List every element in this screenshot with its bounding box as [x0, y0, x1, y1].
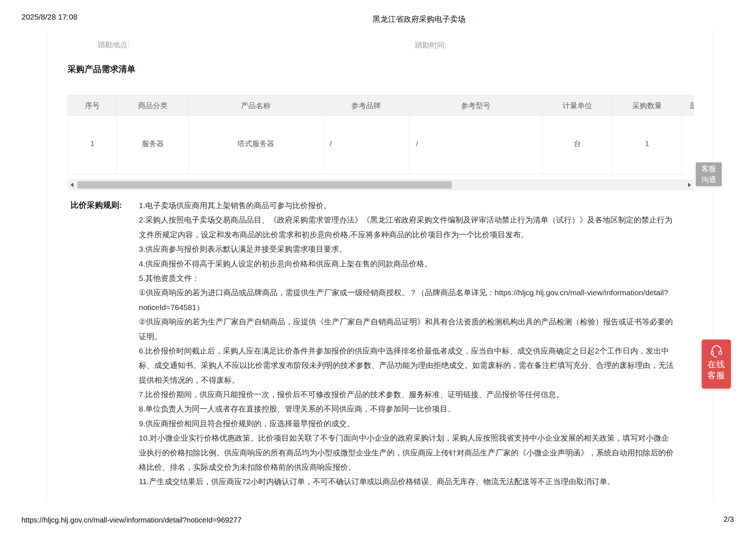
rule-line: ②供应商响应的若为生产厂家自产自销商品，应提供《生产厂家自产自销商品证明》和具有…	[139, 314, 709, 329]
chat-badge[interactable]: 客服 沟通	[696, 162, 722, 186]
col-header-product: 产品名称	[189, 95, 323, 116]
cell-brand: /	[323, 116, 409, 174]
headset-icon	[709, 343, 724, 359]
online-badge-line2: 客服	[708, 370, 725, 381]
rule-line: 提供相关情况的，不得废标。	[139, 373, 709, 387]
online-service-badge[interactable]: 在线 客服	[702, 340, 731, 389]
page-indicator: 2/3	[724, 515, 734, 524]
cell-category: 服务器	[117, 116, 189, 174]
rule-line: 11.产生成交结果后，供应商应72小时内确认订单，不可不确认订单或以商品价格错误…	[139, 474, 709, 489]
cell-product: 塔式服务器	[189, 116, 323, 174]
product-table: 序号 商品分类 产品名称 参考品牌 参考型号 计量单位 采购数量 是 1 服务器…	[68, 95, 694, 174]
page: 2025/8/28 17:08 黑龙江省政府采购电子卖场 踏勘地点: 踏勘时间:…	[0, 0, 756, 534]
rule-line: 业执行的价格扣除比例。供应商响应的所有商品均为小型或微型企业生产的，供应商应上传…	[139, 445, 709, 460]
chat-badge-line2: 沟通	[696, 174, 722, 185]
scroll-right-icon[interactable]	[688, 183, 691, 187]
rule-line: 证明。	[139, 329, 709, 344]
rule-line: 8.单位负责人为同一人或者存在直接控股、管理关系的不同供应商，不得参加同一比价项…	[139, 402, 709, 416]
page-title: 黑龙江省政府采购电子卖场	[372, 14, 465, 24]
footer-url: https://hljcg.hlj.gov.cn/mall-view/infor…	[21, 516, 241, 524]
rule-line: 4.供应商报价不得高于采购人设定的初步意向价格和供应商上架在售的同款商品价格。	[139, 256, 709, 271]
rules-text: 1.电子卖场供应商用其上架销售的商品可参与比价报价。 2.采购人按照电子卖场交易…	[139, 198, 709, 489]
rule-line: noticeId=764581）	[139, 300, 709, 314]
rule-line: 标、成交通知书。采购人不应以比价需求发布阶段未列明的技术参数、产品功能为理由拒绝…	[139, 358, 709, 372]
survey-time-label: 踏勘时间:	[415, 40, 447, 50]
cell-index: 1	[68, 116, 117, 174]
rule-line: 文件所规定内容，设定和发布商品的比价需求和初步意向价格,不应将多种商品的比价项目…	[139, 227, 709, 242]
print-datetime: 2025/8/28 17:08	[21, 13, 78, 21]
cell-clipped	[682, 116, 694, 174]
online-badge-line1: 在线	[708, 359, 725, 370]
rules-label: 比价采购规则:	[71, 200, 122, 211]
cell-unit: 台	[542, 116, 613, 174]
rule-line: 6.比价报价时间截止后，采购人应在满足比价条件并参加报价的供应商中选择排名价最低…	[139, 344, 709, 358]
scrollbar-thumb[interactable]	[78, 181, 452, 189]
col-header-quantity: 采购数量	[613, 95, 682, 116]
rule-line: 格比价、排名，实际成交价为未扣除价格前的供应商响应报价。	[139, 460, 709, 474]
col-header-index: 序号	[68, 95, 117, 116]
rule-line: 9.供应商报价相同且符合报价规则的，应选择最早报价的成交。	[139, 416, 709, 431]
col-header-clipped: 是	[682, 95, 694, 116]
rule-line: ①供应商响应的若为进口商品或品牌商品，需提供生产厂家或一级经销商授权。？（品牌商…	[139, 285, 709, 300]
scroll-left-icon[interactable]	[71, 183, 73, 187]
rule-line: 7.比价报价期间，供应商只能报价一次，报价后不可修改报价产品的技术参数、服务标准…	[139, 387, 709, 402]
table-header-row: 序号 商品分类 产品名称 参考品牌 参考型号 计量单位 采购数量 是	[68, 95, 694, 116]
rule-line: 2.采购人按照电子卖场交易商品品目、《政府采购需求管理办法》《黑龙江省政府采购文…	[139, 213, 709, 227]
chat-badge-line1: 客服	[696, 163, 722, 174]
rule-line: 3.供应商参与报价则表示默认满足并接受采购需求项目要求。	[139, 242, 709, 256]
rule-line: 10.对小微企业实行价格优惠政策。比价项目如关联了不专门面向中小企业的政府采购计…	[139, 431, 709, 445]
table-row: 1 服务器 塔式服务器 / / 台 1	[68, 116, 694, 174]
section-heading: 采购产品需求清单	[68, 63, 135, 75]
cell-model: /	[409, 116, 542, 174]
col-header-brand: 参考品牌	[323, 95, 409, 116]
survey-location-label: 踏勘地点:	[98, 40, 130, 50]
cell-quantity: 1	[613, 116, 682, 174]
col-header-model: 参考型号	[409, 95, 542, 116]
horizontal-scrollbar[interactable]	[68, 179, 694, 190]
rule-line: 5.其他资质文件：	[139, 271, 709, 285]
col-header-category: 商品分类	[117, 95, 189, 116]
rule-line: 1.电子卖场供应商用其上架销售的商品可参与比价报价。	[139, 198, 709, 213]
col-header-unit: 计量单位	[542, 95, 613, 116]
